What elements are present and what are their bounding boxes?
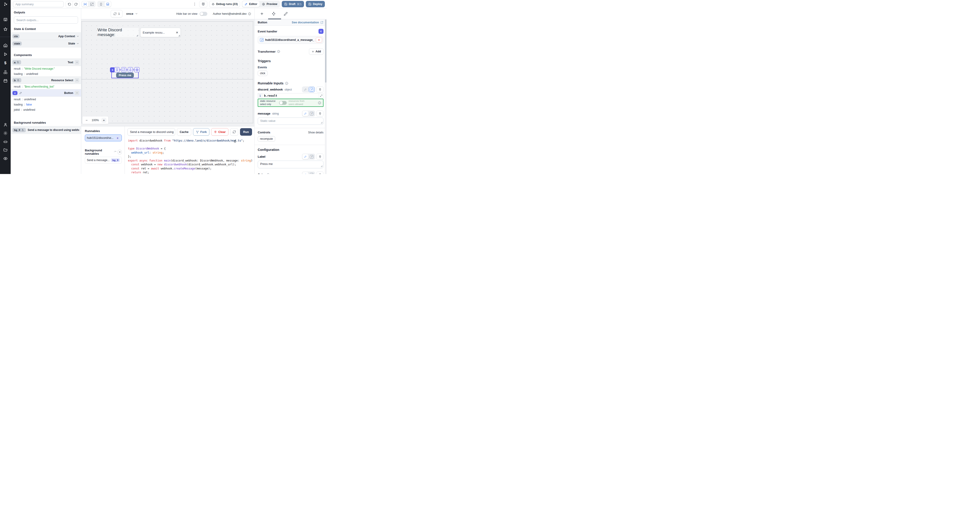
app-summary-input[interactable]: [13, 1, 64, 7]
more-menu-button[interactable]: ⋮: [192, 2, 197, 6]
move-button[interactable]: [134, 67, 140, 72]
eval-mode-button[interactable]: f: [309, 111, 315, 116]
static-mode-button[interactable]: [302, 154, 308, 159]
resize-handle[interactable]: [137, 35, 138, 36]
component-b-row[interactable]: b Resource Select: [11, 76, 81, 84]
remove-handler-button[interactable]: ✕: [316, 37, 322, 43]
collapse-button[interactable]: [75, 91, 79, 95]
message-static-input[interactable]: [258, 118, 323, 125]
workspace-icon[interactable]: [0, 17, 11, 22]
eval-mode-button[interactable]: f: [309, 154, 315, 159]
schedules-calendar-icon[interactable]: [0, 78, 11, 83]
connect-plug-button[interactable]: [317, 86, 323, 92]
output-kv[interactable]: loading:undefined: [11, 71, 81, 76]
bg0-row[interactable]: bg_0 Send a message to discord using web…: [11, 126, 81, 134]
eval-mode-button[interactable]: f: [309, 87, 315, 92]
runs-icon[interactable]: [0, 52, 11, 56]
variables-dollar-icon[interactable]: $: [0, 61, 11, 65]
component-c-row[interactable]: c Button: [11, 89, 81, 97]
output-kv[interactable]: result:"Write Discord message:": [11, 66, 81, 71]
resize-handle[interactable]: [178, 35, 180, 36]
info-icon[interactable]: [285, 82, 288, 85]
center-layout-icon[interactable]: [82, 2, 88, 7]
connect-plug-button[interactable]: [317, 110, 323, 116]
runnable-item-selected[interactable]: hub/1511/discord/se... c: [85, 135, 122, 141]
see-documentation-link[interactable]: See documentation: [292, 21, 323, 24]
windmill-logo[interactable]: [0, 2, 11, 7]
resource-mode-toggle[interactable]: [279, 101, 287, 105]
zoom-out-button[interactable]: −: [84, 118, 89, 123]
event-handler-script[interactable]: f hub/1511/discord/send_a_message_... ✕: [258, 36, 323, 44]
state-row[interactable]: state State: [11, 40, 81, 48]
static-mode-button[interactable]: [302, 87, 308, 92]
chevron-down-icon[interactable]: [76, 35, 79, 38]
add-transformer-button[interactable]: Add: [309, 48, 323, 55]
deploy-button[interactable]: Deploy: [306, 1, 325, 7]
app-canvas[interactable]: Write Discord message: Example resou... …: [81, 19, 254, 126]
output-kv[interactable]: loading:false: [11, 102, 81, 107]
expand-component-button[interactable]: [121, 67, 126, 72]
output-kv[interactable]: result:"$res:u/henri/testing_bot": [11, 84, 81, 89]
run-button[interactable]: Run: [240, 128, 252, 136]
runnable-item[interactable]: Send a message... bg_0: [85, 157, 122, 164]
refresh-code-button[interactable]: [230, 128, 238, 136]
chevron-down-icon[interactable]: [76, 42, 79, 45]
draft-button[interactable]: Draft ⌘S: [282, 1, 304, 7]
output-kv[interactable]: result:undefined: [11, 97, 81, 102]
settings-gear-icon[interactable]: [0, 131, 11, 135]
favorites-star-icon[interactable]: [0, 27, 11, 32]
component-a-row[interactable]: a Text: [11, 59, 81, 66]
search-outputs-input[interactable]: [14, 16, 78, 24]
audit-eye-icon[interactable]: [0, 156, 11, 161]
expand-editor-button[interactable]: [319, 94, 323, 98]
pencil-icon[interactable]: [19, 91, 22, 94]
text-component[interactable]: Write Discord message:: [97, 28, 138, 37]
ctx-row[interactable]: ctx App Context: [11, 32, 81, 40]
debug-runs-button[interactable]: Debug runs (23): [209, 1, 240, 7]
workers-robot-icon[interactable]: [0, 140, 11, 144]
info-icon[interactable]: [318, 101, 321, 105]
resources-cubes-icon[interactable]: [0, 70, 11, 75]
fork-button[interactable]: Fork: [193, 128, 209, 136]
anchor-button[interactable]: [128, 67, 133, 72]
copy-code-button[interactable]: [233, 140, 237, 143]
connect-plug-button[interactable]: [317, 154, 323, 160]
mobile-icon[interactable]: [98, 2, 104, 7]
show-details-link[interactable]: Show details: [308, 131, 323, 134]
label-value-input[interactable]: Press me: [258, 161, 323, 168]
component-settings-tab[interactable]: [272, 11, 276, 16]
fullwidth-layout-icon[interactable]: [89, 2, 95, 7]
desktop-icon[interactable]: [105, 2, 111, 7]
static-mode-button[interactable]: [302, 111, 308, 116]
refresh-count-box[interactable]: 1: [111, 10, 123, 18]
clear-button[interactable]: Clear: [211, 128, 228, 136]
home-icon[interactable]: [0, 43, 11, 48]
users-icon[interactable]: [0, 123, 11, 127]
clear-select-icon[interactable]: ✕: [176, 31, 178, 34]
collapse-button[interactable]: [75, 78, 79, 83]
add-bg-runnable-button[interactable]: [118, 150, 122, 154]
button-component[interactable]: Press me: [116, 73, 134, 78]
info-icon[interactable]: [277, 50, 280, 53]
expression-editor[interactable]: 1 b.result: [258, 93, 323, 98]
zoom-in-button[interactable]: +: [102, 118, 107, 123]
undo-button[interactable]: [66, 1, 73, 7]
run-policy-dropdown[interactable]: once: [126, 12, 138, 16]
runnable-title-input[interactable]: Send a message to discord using: [127, 128, 175, 136]
code-editor[interactable]: import discordwebhook from "https://deno…: [125, 137, 254, 174]
insert-component-tab[interactable]: [260, 12, 264, 16]
static-mode-button[interactable]: [302, 172, 308, 174]
info-icon[interactable]: [248, 12, 251, 16]
cache-button[interactable]: Cache: [177, 128, 191, 136]
tab-preview[interactable]: Preview: [259, 1, 280, 7]
recompute-chip[interactable]: recompute: [258, 136, 275, 142]
tab-editor[interactable]: Editor: [242, 1, 259, 7]
resource-select-component[interactable]: Example resou... ✕: [140, 28, 181, 37]
redo-button[interactable]: [73, 1, 80, 7]
styling-brush-tab[interactable]: [283, 12, 288, 16]
inspector-scrollbar[interactable]: [325, 19, 327, 174]
output-kv[interactable]: jobId:undefined: [11, 107, 81, 112]
hide-bar-toggle[interactable]: [200, 12, 207, 16]
folders-icon[interactable]: [0, 148, 11, 152]
collapse-button[interactable]: [75, 60, 79, 65]
